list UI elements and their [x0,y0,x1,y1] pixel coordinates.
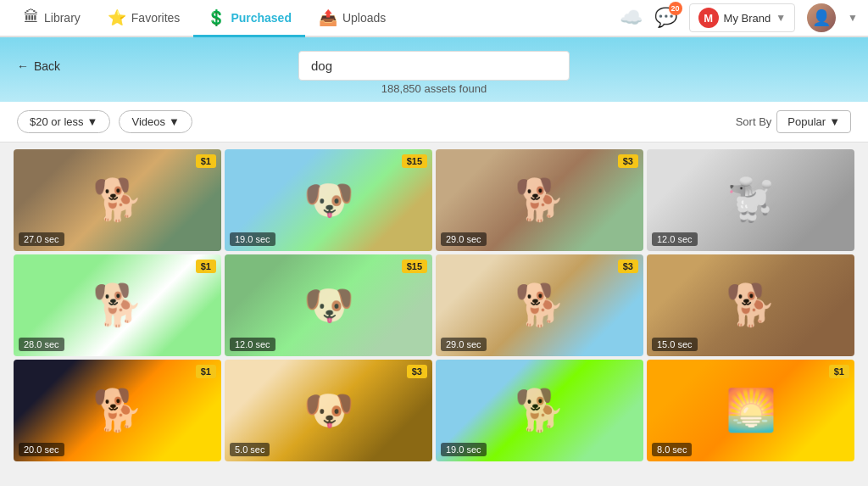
price-badge: $1 [196,154,216,168]
arrow-left-icon: ← [17,59,29,73]
tab-uploads[interactable]: 📤 Uploads [305,0,399,37]
price-badge: $1 [196,260,216,273]
chat-icon-wrap[interactable]: 💬 20 [654,7,677,29]
grid-item[interactable]: 🐩12.0 sec [647,149,854,251]
duration-badge: 29.0 sec [441,338,487,351]
back-button[interactable]: ← Back [17,59,60,73]
search-area: ← Back 188,850 assets found [0,37,868,102]
grid-item[interactable]: 🐕$329.0 sec [436,254,643,356]
duration-badge: 28.0 sec [19,338,64,351]
user-avatar[interactable]: 👤 [807,3,836,32]
sort-value-button[interactable]: Popular ▼ [776,110,851,133]
grid-item[interactable]: 🌅$18.0 sec [647,360,854,461]
grid-item[interactable]: 🐕$128.0 sec [14,254,221,356]
type-filter-chevron-icon: ▼ [169,115,180,128]
filter-bar: $20 or less ▼ Videos ▼ Sort By Popular ▼ [0,102,868,142]
tab-favorites-label: Favorites [131,11,181,25]
sort-by-label: Sort By [736,115,772,128]
price-badge: $1 [196,365,216,378]
price-badge: $3 [618,260,638,273]
grid-item[interactable]: 🐕$120.0 sec [14,360,221,461]
sort-controls: Sort By Popular ▼ [736,110,851,133]
price-badge: $15 [402,154,427,168]
price-badge: $1 [829,365,849,378]
duration-badge: 12.0 sec [230,338,275,351]
avatar-chevron-icon: ▼ [848,12,858,24]
duration-badge: 5.0 sec [230,443,270,456]
star-icon: ⭐ [108,8,126,27]
price-badge: $3 [618,154,638,168]
chevron-down-icon: ▼ [776,12,786,24]
video-grid: 🐕$127.0 sec🐶$1519.0 sec🐕$329.0 sec🐩12.0 … [0,142,868,468]
price-filter-button[interactable]: $20 or less ▼ [17,110,110,133]
results-count: 188,850 assets found [0,82,868,95]
duration-badge: 19.0 sec [441,443,487,456]
tab-purchased-label: Purchased [231,11,292,25]
cloud-icon[interactable]: ☁️ [620,7,643,29]
upload-icon: 📤 [319,8,337,27]
duration-badge: 20.0 sec [19,443,64,456]
tab-uploads-label: Uploads [342,11,386,25]
search-input[interactable] [298,51,570,81]
grid-item[interactable]: 🐕$329.0 sec [436,149,643,251]
type-filter-button[interactable]: Videos ▼ [119,110,192,133]
duration-badge: 29.0 sec [441,232,487,246]
brand-selector[interactable]: M My Brand ▼ [689,3,796,32]
price-filter-label: $20 or less [30,115,84,128]
grid-item[interactable]: 🐕$127.0 sec [14,149,221,251]
grid-item[interactable]: 🐕19.0 sec [436,360,643,461]
type-filter-label: Videos [131,115,165,128]
duration-badge: 8.0 sec [652,443,692,456]
grid-item[interactable]: 🐶$35.0 sec [225,360,432,461]
nav-right-controls: ☁️ 💬 20 M My Brand ▼ 👤 ▼ [620,3,858,32]
duration-badge: 15.0 sec [652,338,698,351]
top-navigation: 🏛 Library ⭐ Favorites 💲 Purchased 📤 Uplo… [0,0,868,37]
grid-item[interactable]: 🐕15.0 sec [647,254,854,356]
sort-chevron-icon: ▼ [829,115,840,128]
tab-favorites[interactable]: ⭐ Favorites [94,0,194,37]
tab-library-label: Library [44,11,81,25]
price-badge: $15 [402,260,427,273]
notification-badge: 20 [669,2,682,15]
price-badge: $3 [407,365,427,378]
price-filter-chevron-icon: ▼ [87,115,98,128]
back-label: Back [34,59,60,73]
brand-initial: M [698,8,719,28]
tab-library[interactable]: 🏛 Library [10,0,94,37]
duration-badge: 19.0 sec [230,232,275,246]
grid-item[interactable]: 🐶$1512.0 sec [225,254,432,356]
grid-item[interactable]: 🐶$1519.0 sec [225,149,432,251]
brand-label: My Brand [724,12,771,25]
dollar-icon: 💲 [207,8,225,27]
search-row: ← Back [0,51,868,81]
duration-badge: 27.0 sec [19,232,64,246]
library-icon: 🏛 [24,8,39,26]
tab-purchased[interactable]: 💲 Purchased [193,0,305,37]
duration-badge: 12.0 sec [652,232,698,246]
sort-value-label: Popular [787,115,826,128]
